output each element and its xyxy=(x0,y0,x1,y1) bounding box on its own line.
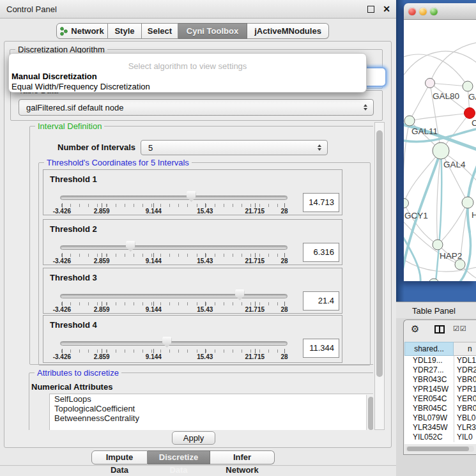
tab-cyni-toolbox[interactable]: Cyni Toolbox xyxy=(178,23,247,39)
network-node[interactable] xyxy=(433,142,449,159)
table-row[interactable]: YBR043CYBR0 xyxy=(404,375,476,385)
network-node[interactable] xyxy=(462,197,473,208)
cell-name[interactable]: YPR1 xyxy=(454,385,476,394)
slider-track[interactable] xyxy=(60,294,288,298)
table-data-group: Table Data galFiltered.sif default node xyxy=(10,90,383,121)
network-window-titlebar[interactable] xyxy=(404,3,476,20)
cell-name[interactable]: YBL0 xyxy=(454,413,476,423)
attribute-list-item[interactable]: SelfLoops xyxy=(50,394,373,404)
slider-minor-ticks xyxy=(61,204,286,207)
slider-thumb[interactable] xyxy=(126,241,135,252)
tab-network[interactable]: Network xyxy=(56,23,108,39)
table-row[interactable]: YDL19...YDL1 xyxy=(404,356,476,365)
threshold-value-field[interactable]: 21.4 xyxy=(303,291,339,311)
network-node-label: H xyxy=(472,210,476,220)
slider-tick-label: 9.144 xyxy=(146,257,162,265)
bottom-tab-bar: Impute Data Discretize Data Infer Networ… xyxy=(91,450,275,464)
threshold-slider[interactable]: -3.4262.8599.14415.4321.71528 xyxy=(60,220,288,266)
minimize-traffic-light-icon[interactable] xyxy=(419,8,427,15)
network-canvas[interactable]: GAL80GACGAL11GAL4GCY1HHAP2 xyxy=(404,20,476,281)
table-hscrollbar-thumb[interactable] xyxy=(407,447,469,451)
select-columns-icon[interactable]: ☑☑ xyxy=(453,325,467,333)
attributes-scrollbar-thumb[interactable] xyxy=(368,397,374,430)
cell-shared-name[interactable]: YIL052C xyxy=(404,433,454,442)
slider-thumb[interactable] xyxy=(162,337,172,348)
tab-infer-network[interactable]: Infer Network xyxy=(210,450,275,464)
network-node[interactable] xyxy=(463,81,473,91)
threshold-value-field[interactable]: 11.344 xyxy=(303,339,339,358)
cell-shared-name[interactable]: YPR145W xyxy=(404,385,454,394)
slider-tick-label: 2.859 xyxy=(94,257,110,265)
algorithm-option-manual[interactable]: Manual Discretization xyxy=(12,72,97,81)
close-traffic-light-icon[interactable] xyxy=(408,8,416,15)
cell-shared-name[interactable]: YDL19... xyxy=(404,356,454,365)
column-header-shared-name[interactable]: shared... xyxy=(404,342,454,356)
table-data-combobox[interactable]: galFiltered.sif default node xyxy=(19,99,374,116)
main-vertical-scrollbar[interactable] xyxy=(374,122,385,430)
cell-name[interactable]: YBR0 xyxy=(454,404,476,413)
cell-shared-name[interactable]: YER054C xyxy=(404,394,454,404)
network-edge xyxy=(410,113,470,121)
attribute-list-item[interactable]: TopologicalCoefficient xyxy=(50,404,373,413)
tab-discretize-data[interactable]: Discretize Data xyxy=(148,450,210,464)
table-row[interactable]: YER054CYER0 xyxy=(404,394,476,404)
cell-name[interactable]: YER0 xyxy=(454,394,476,404)
apply-button[interactable]: Apply xyxy=(172,431,215,445)
cell-shared-name[interactable]: YBR043C xyxy=(404,375,454,385)
algorithm-option-equal-width[interactable]: Equal Width/Frequency Discretization xyxy=(12,82,150,91)
network-node-label: GCY1 xyxy=(404,211,428,220)
main-scrollbar-thumb[interactable] xyxy=(376,130,383,377)
number-of-intervals-spinner[interactable]: 5 xyxy=(141,140,328,155)
cell-name[interactable]: YLR3 xyxy=(454,423,476,433)
threshold-slider[interactable]: -3.4262.8599.14415.4321.71528 xyxy=(60,268,288,314)
tab-select[interactable]: Select xyxy=(142,23,178,39)
network-node[interactable] xyxy=(429,279,439,281)
attribute-list-item[interactable]: BetweennessCentrality xyxy=(50,413,373,423)
numerical-attributes-list[interactable]: SelfLoopsTopologicalCoefficientBetweenne… xyxy=(49,394,373,430)
cell-name[interactable]: YIL0 xyxy=(454,433,476,442)
cell-shared-name[interactable]: YLR345W xyxy=(404,423,454,433)
slider-track[interactable] xyxy=(60,341,288,346)
close-icon[interactable]: ✕ xyxy=(383,4,390,14)
table-row[interactable]: YIL052CYIL0 xyxy=(404,433,476,442)
network-node[interactable] xyxy=(426,79,435,88)
float-window-icon[interactable] xyxy=(367,6,374,13)
divider xyxy=(0,465,396,466)
split-columns-icon[interactable] xyxy=(434,325,445,334)
slider-track[interactable] xyxy=(60,245,288,250)
threshold-slider[interactable]: -3.4262.8599.14415.4321.71528 xyxy=(60,170,288,216)
network-node[interactable] xyxy=(404,199,409,208)
cell-name[interactable]: YDR2 xyxy=(454,365,476,375)
table-row[interactable]: YBL079WYBL0 xyxy=(404,413,476,423)
table-row[interactable]: YPR145WYPR1 xyxy=(404,385,476,394)
attributes-list-scrollbar[interactable] xyxy=(366,395,373,430)
cell-shared-name[interactable]: YBL079W xyxy=(404,413,454,423)
table-horizontal-scrollbar[interactable] xyxy=(406,446,474,452)
column-header-name[interactable]: n xyxy=(454,342,476,356)
slider-thumb[interactable] xyxy=(187,191,196,202)
table-row[interactable]: YLR345WYLR3 xyxy=(404,423,476,433)
tab-jactivemnodules[interactable]: jActiveMNodules xyxy=(247,23,329,39)
network-node[interactable] xyxy=(404,116,415,126)
cell-shared-name[interactable]: YDR27... xyxy=(404,365,454,375)
tab-style[interactable]: Style xyxy=(108,23,142,39)
network-node[interactable] xyxy=(455,259,465,270)
zoom-traffic-light-icon[interactable] xyxy=(430,8,438,15)
threshold-value-field[interactable]: 14.713 xyxy=(303,193,339,212)
threshold-slider[interactable]: -3.4262.8599.14415.4321.71528 xyxy=(60,316,288,362)
network-view-window[interactable]: GAL80GACGAL11GAL4GCY1HHAP2 xyxy=(404,3,476,281)
slider-track[interactable] xyxy=(60,196,288,200)
network-node[interactable] xyxy=(464,108,475,119)
gear-icon[interactable]: ⚙ xyxy=(411,323,419,335)
network-node[interactable] xyxy=(433,240,443,250)
threshold-value-field[interactable]: 6.316 xyxy=(303,243,339,262)
slider-major-tick xyxy=(102,203,102,208)
cell-name[interactable]: YBR0 xyxy=(454,375,476,385)
network-edge xyxy=(441,151,468,203)
table-row[interactable]: YBR045CYBR0 xyxy=(404,404,476,413)
cell-name[interactable]: YDL1 xyxy=(454,356,476,365)
slider-thumb[interactable] xyxy=(235,289,245,300)
tab-impute-data[interactable]: Impute Data xyxy=(91,450,148,464)
cell-shared-name[interactable]: YBR045C xyxy=(404,404,454,413)
table-row[interactable]: YDR27...YDR2 xyxy=(404,365,476,375)
